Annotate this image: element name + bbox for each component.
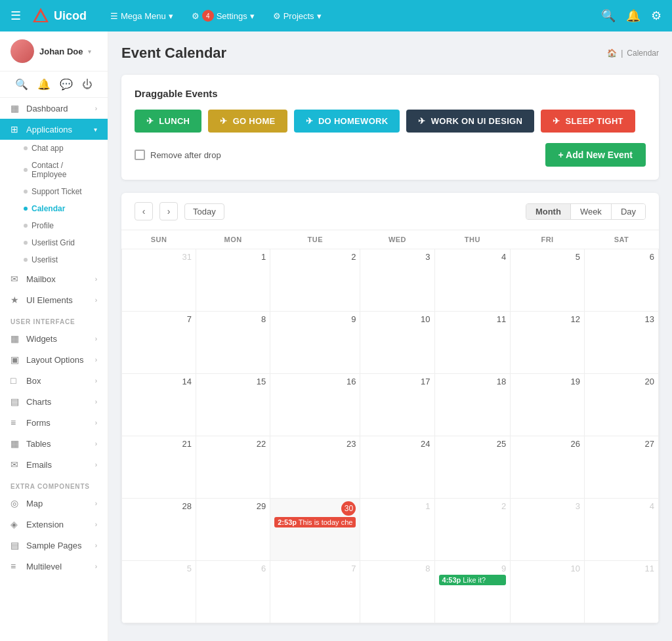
table-row[interactable]: 3 [511,499,585,561]
table-row[interactable]: 11 [584,561,658,623]
sidebar-item-charts[interactable]: ▤ Charts › [0,391,108,412]
table-row[interactable]: 9 [270,312,360,374]
table-row[interactable]: 11 [434,312,511,374]
sidebar-search-icon[interactable]: 🔍 [15,78,28,91]
table-row[interactable]: 19 [511,374,585,436]
sidebar-item-dashboard[interactable]: ▦ Dashboard › [0,98,108,119]
sidebar-item-emails[interactable]: ✉ Emails › [0,454,108,475]
table-row[interactable]: 7 [270,561,360,623]
calendar-week-btn[interactable]: Week [571,204,612,219]
calendar-event[interactable]: 4:53p Like it? [439,575,507,585]
extension-icon: ◈ [10,519,21,529]
table-row[interactable]: 17 [360,374,434,436]
table-row[interactable]: 2 [434,499,511,561]
table-row[interactable]: 15 [196,374,270,436]
nav-mega-menu[interactable]: ☰ Mega Menu ▾ [102,7,181,25]
table-row[interactable]: 6 [196,561,270,623]
sidebar-item-multilevel[interactable]: ≡ Multilevel › [0,556,108,577]
event-lunch-btn[interactable]: ✈ LUNCH [135,110,201,133]
sidebar-item-box[interactable]: □ Box › [0,370,108,391]
calendar-day-number: 23 [274,439,356,449]
table-row[interactable]: 302:53p This is today che [270,499,360,561]
sidebar-item-mailbox[interactable]: ✉ Mailbox › [0,268,108,289]
table-row[interactable]: 13 [584,312,658,374]
sidebar-bell-icon[interactable]: 🔔 [37,78,51,91]
table-row[interactable]: 8 [196,312,270,374]
table-row[interactable]: 10 [511,561,585,623]
sidebar-item-sample-pages[interactable]: ▤ Sample Pages › [0,535,108,556]
table-row[interactable]: 23 [270,436,360,499]
table-row[interactable]: 7 [122,312,196,374]
event-ui-btn[interactable]: ✈ WORK ON UI DESIGN [406,110,534,133]
sidebar-calendar-label: Calendar [32,204,65,213]
table-row[interactable]: 14 [122,374,196,436]
table-row[interactable]: 1 [196,249,270,312]
table-row[interactable]: 27 [584,436,658,499]
sidebar-item-tables[interactable]: ▦ Tables › [0,433,108,454]
table-row[interactable]: 24 [360,436,434,499]
ui-elements-icon: ★ [10,295,21,305]
table-row[interactable]: 21 [122,436,196,499]
search-icon[interactable]: 🔍 [601,9,616,23]
event-homework-btn[interactable]: ✈ DO HOMEWORK [294,110,400,133]
sidebar-subitem-profile[interactable]: Profile [0,217,108,234]
sidebar-subitem-support[interactable]: Support Ticket [0,183,108,200]
sidebar-layout-label: Layout Options [26,355,90,365]
sidebar-user[interactable]: Johan Doe ▾ [0,31,108,72]
sidebar-item-applications[interactable]: ⊞ Applications ▾ [0,119,108,140]
notifications-icon[interactable]: 🔔 [626,9,640,23]
table-row[interactable]: 25 [434,436,511,499]
breadcrumb-label: Calendar [627,49,659,58]
sidebar-item-ui-elements[interactable]: ★ UI Elements › [0,289,108,310]
nav-settings[interactable]: ⚙ 4 Settings ▾ [184,6,262,26]
table-row[interactable]: 18 [434,374,511,436]
table-row[interactable]: 10 [360,312,434,374]
table-row[interactable]: 2 [270,249,360,312]
table-row[interactable]: 16 [270,374,360,436]
sidebar-item-widgets[interactable]: ▦ Widgets › [0,328,108,349]
layout-arrow: › [95,356,97,363]
table-row[interactable]: 3 [360,249,434,312]
event-sleep-btn[interactable]: ✈ SLEEP TIGHT [541,110,635,133]
nav-projects[interactable]: ⚙ Projects ▾ [265,7,329,25]
sidebar-subitem-calendar[interactable]: Calendar [0,200,108,217]
add-event-button[interactable]: + Add New Event [545,143,646,167]
sidebar-subitem-userlist[interactable]: Userlist [0,251,108,268]
calendar-day-btn[interactable]: Day [612,204,645,219]
table-row[interactable]: 4 [434,249,511,312]
table-row[interactable]: 20 [584,374,658,436]
sidebar-subitem-chat[interactable]: Chat app [0,140,108,157]
table-row[interactable]: 31 [122,249,196,312]
calendar-today-btn[interactable]: Today [184,203,224,220]
sidebar-subitem-userlist-grid[interactable]: Userlist Grid [0,234,108,251]
event-gohome-btn[interactable]: ✈ GO HOME [208,110,287,133]
sidebar-subitem-contact[interactable]: Contact / Employee [0,157,108,183]
remove-checkbox[interactable] [135,150,145,160]
table-row[interactable]: 28 [122,499,196,561]
sidebar-userlist-grid-label: Userlist Grid [32,238,75,247]
sidebar-item-forms[interactable]: ≡ Forms › [0,412,108,433]
calendar-next-btn[interactable]: › [159,202,178,220]
table-row[interactable]: 94:53p Like it? [434,561,511,623]
table-row[interactable]: 29 [196,499,270,561]
table-row[interactable]: 4 [584,499,658,561]
table-row[interactable]: 8 [360,561,434,623]
hamburger-icon[interactable]: ☰ [10,9,21,23]
sidebar-item-extension[interactable]: ◈ Extension › [0,514,108,535]
table-row[interactable]: 6 [584,249,658,312]
calendar-header-row: SUN MON TUE WED THU FRI SAT [122,230,659,249]
table-row[interactable]: 1 [360,499,434,561]
table-row[interactable]: 26 [511,436,585,499]
sidebar-item-map[interactable]: ◎ Map › [0,493,108,514]
table-row[interactable]: 5 [511,249,585,312]
sidebar-message-icon[interactable]: 💬 [60,78,73,91]
table-row[interactable]: 5 [122,561,196,623]
sidebar-power-icon[interactable]: ⏻ [82,79,93,91]
calendar-prev-btn[interactable]: ‹ [135,202,153,220]
sidebar-item-layout[interactable]: ▣ Layout Options › [0,349,108,370]
table-row[interactable]: 12 [511,312,585,374]
calendar-month-btn[interactable]: Month [526,204,571,219]
settings-gear-icon[interactable]: ⚙ [651,9,662,23]
table-row[interactable]: 22 [196,436,270,499]
calendar-event[interactable]: 2:53p This is today che [274,517,356,527]
